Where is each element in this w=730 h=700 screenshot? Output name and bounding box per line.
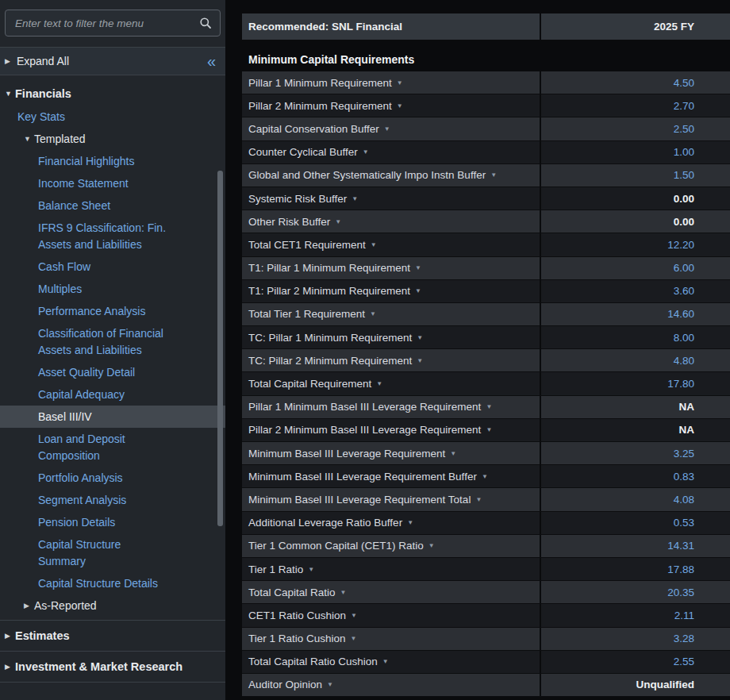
sidebar-item-as-reported[interactable]: ▶As-Reported — [0, 594, 225, 617]
sidebar-item-financial-highlights[interactable]: Financial Highlights — [0, 150, 225, 172]
row-label[interactable]: Global and Other Systematically Impo Ins… — [242, 164, 540, 187]
sidebar-item-capital-adequacy[interactable]: Capital Adequacy — [0, 383, 225, 406]
row-label[interactable]: Total Capital Ratio▼ — [242, 581, 540, 603]
sidebar-item-basel-iii-iv[interactable]: Basel III/IV — [0, 406, 225, 428]
dropdown-caret-icon[interactable]: ▼ — [363, 148, 369, 156]
collapse-sidebar-icon[interactable]: « — [207, 53, 216, 69]
sidebar-item-capital-structure-summary[interactable]: Capital StructureSummary — [0, 533, 225, 572]
row-value[interactable]: 0.53 — [540, 512, 730, 534]
row-value[interactable]: 12.20 — [540, 233, 730, 256]
row-label[interactable]: Total Capital Requirement▼ — [242, 372, 540, 394]
sidebar-item-asset-quality-detail[interactable]: Asset Quality Detail — [0, 361, 225, 383]
dropdown-caret-icon[interactable]: ▼ — [482, 473, 488, 480]
sidebar-item-cash-flow[interactable]: Cash Flow — [0, 256, 225, 278]
row-label[interactable]: Tier 1 Ratio Cushion▼ — [242, 628, 540, 650]
dropdown-caret-icon[interactable]: ▼ — [382, 658, 389, 665]
row-value[interactable]: 2.55 — [540, 651, 730, 673]
sidebar-item-key-stats[interactable]: Key Stats — [0, 106, 225, 128]
row-label[interactable]: Pillar 2 Minimum Basel III Leverage Requ… — [242, 419, 540, 441]
dropdown-caret-icon[interactable]: ▼ — [486, 426, 492, 433]
row-value[interactable]: 2.70 — [540, 94, 730, 117]
dropdown-caret-icon[interactable]: ▼ — [376, 380, 382, 387]
row-label[interactable]: Tier 1 Common Capital (CET1) Ratio▼ — [242, 535, 540, 557]
row-value[interactable]: 17.80 — [540, 372, 730, 394]
chevron-right-icon[interactable]: ▶ — [24, 598, 34, 614]
chevron-right-icon[interactable]: ▶ — [5, 659, 15, 675]
sidebar-item-investment-market-research[interactable]: ▶Investment & Market Research — [0, 655, 225, 679]
sidebar-item-balance-sheet[interactable]: Balance Sheet — [0, 194, 225, 217]
dropdown-caret-icon[interactable]: ▼ — [384, 125, 390, 133]
row-label[interactable]: Other Risk Buffer▼ — [242, 210, 540, 233]
row-value[interactable]: 14.60 — [540, 303, 730, 325]
dropdown-caret-icon[interactable]: ▼ — [371, 241, 377, 248]
row-value[interactable]: 2.50 — [540, 117, 730, 140]
chevron-right-icon[interactable]: ▶ — [5, 628, 15, 644]
sidebar-item-classification-of-financial-assets-and-liabilities[interactable]: Classification of FinancialAssets and Li… — [0, 322, 225, 361]
row-value[interactable]: 1.00 — [540, 141, 730, 163]
row-value[interactable]: 3.28 — [540, 628, 730, 650]
sidebar-item-income-statement[interactable]: Income Statement — [0, 172, 225, 194]
chevron-down-icon[interactable]: ▼ — [24, 131, 34, 148]
dropdown-caret-icon[interactable]: ▼ — [490, 171, 497, 179]
sidebar-item-multiples[interactable]: Multiples — [0, 278, 225, 300]
sidebar-scrollbar[interactable] — [217, 171, 223, 526]
row-label[interactable]: Minimum Basel III Leverage Requirement▼ — [242, 442, 540, 464]
sidebar-item-estimates[interactable]: ▶Estimates — [0, 624, 225, 648]
sidebar-item-ifrs-9-classification-fin-assets-and-liabilities[interactable]: IFRS 9 Classification: Fin.Assets and Li… — [0, 217, 225, 256]
row-label[interactable]: Counter Cyclical Buffer▼ — [242, 141, 540, 163]
dropdown-caret-icon[interactable]: ▼ — [351, 612, 357, 619]
row-label[interactable]: T1: Pillar 1 Minimum Requirement▼ — [242, 257, 540, 279]
dropdown-caret-icon[interactable]: ▼ — [475, 496, 482, 503]
sidebar-item-loan-and-deposit-composition[interactable]: Loan and DepositComposition — [0, 428, 225, 467]
sidebar-item-templated[interactable]: ▼Templated — [0, 128, 225, 150]
sidebar-item-performance-analysis[interactable]: Performance Analysis — [0, 300, 225, 322]
dropdown-caret-icon[interactable]: ▼ — [415, 287, 421, 294]
row-value[interactable]: 1.50 — [540, 164, 730, 187]
dropdown-caret-icon[interactable]: ▼ — [415, 264, 421, 271]
dropdown-caret-icon[interactable]: ▼ — [397, 79, 403, 87]
dropdown-caret-icon[interactable]: ▼ — [428, 542, 435, 549]
row-value[interactable]: 4.08 — [540, 488, 730, 510]
row-label[interactable]: Auditor Opinion▼ — [242, 674, 540, 696]
dropdown-caret-icon[interactable]: ▼ — [308, 566, 314, 573]
row-label[interactable]: Tier 1 Ratio▼ — [242, 558, 540, 580]
row-label[interactable]: CET1 Ratio Cushion▼ — [242, 604, 540, 626]
dropdown-caret-icon[interactable]: ▼ — [486, 403, 492, 410]
row-label[interactable]: Total CET1 Requirement▼ — [242, 233, 540, 256]
dropdown-caret-icon[interactable]: ▼ — [450, 450, 456, 457]
row-value[interactable]: 17.88 — [540, 558, 730, 580]
row-value[interactable]: 3.60 — [540, 280, 730, 302]
row-label[interactable]: Minimum Basel III Leverage Requirement T… — [242, 488, 540, 510]
row-value[interactable]: 0.83 — [540, 465, 730, 487]
sidebar-item-portfolio-analysis[interactable]: Portfolio Analysis — [0, 467, 225, 489]
row-value[interactable]: 4.80 — [540, 349, 730, 371]
sidebar-item-segment-analysis[interactable]: Segment Analysis — [0, 489, 225, 511]
row-label[interactable]: TC: Pillar 1 Minimum Requirement▼ — [242, 326, 540, 348]
row-value[interactable]: 2.11 — [540, 604, 730, 626]
dropdown-caret-icon[interactable]: ▼ — [335, 218, 341, 225]
row-value[interactable]: 8.00 — [540, 326, 730, 348]
row-value[interactable]: 3.25 — [540, 442, 730, 464]
dropdown-caret-icon[interactable]: ▼ — [351, 635, 357, 642]
table-header-template[interactable]: Recommended: SNL Financial — [242, 13, 540, 40]
row-label[interactable]: Pillar 1 Minimum Basel III Leverage Requ… — [242, 396, 540, 418]
row-label[interactable]: Total Tier 1 Requirement▼ — [242, 303, 540, 325]
dropdown-caret-icon[interactable]: ▼ — [327, 681, 333, 688]
dropdown-caret-icon[interactable]: ▼ — [397, 102, 403, 110]
row-value[interactable]: 14.31 — [540, 535, 730, 557]
row-label[interactable]: Capital Conservation Buffer▼ — [242, 117, 540, 140]
dropdown-caret-icon[interactable]: ▼ — [417, 334, 423, 341]
menu-filter-input[interactable] — [13, 17, 193, 30]
dropdown-caret-icon[interactable]: ▼ — [417, 357, 423, 364]
row-label[interactable]: Minimum Basel III Leverage Requirement B… — [242, 465, 540, 487]
row-value[interactable]: 4.50 — [540, 71, 730, 94]
chevron-down-icon[interactable]: ▼ — [5, 86, 15, 102]
row-label[interactable]: Total Capital Ratio Cushion▼ — [242, 651, 540, 673]
row-label[interactable]: Pillar 1 Minimum Requirement▼ — [242, 71, 540, 94]
expand-all-bar[interactable]: ▶ Expand All « — [0, 47, 225, 75]
sidebar-item-financials[interactable]: ▼Financials — [0, 82, 225, 106]
row-label[interactable]: Additional Leverage Ratio Buffer▼ — [242, 512, 540, 534]
sidebar-item-pension-details[interactable]: Pension Details — [0, 511, 225, 533]
dropdown-caret-icon[interactable]: ▼ — [352, 195, 358, 202]
row-label[interactable]: T1: Pillar 2 Minimum Requirement▼ — [242, 280, 540, 302]
